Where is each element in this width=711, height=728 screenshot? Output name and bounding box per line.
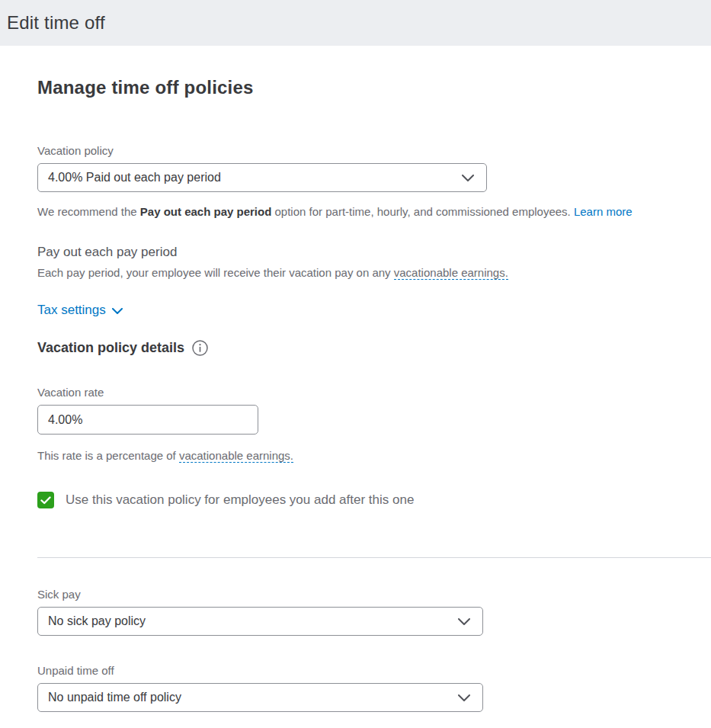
default-policy-checkbox-label: Use this vacation policy for employees y… bbox=[66, 492, 414, 508]
recommendation-bold: Pay out each pay period bbox=[140, 205, 272, 218]
unpaid-time-off-label: Unpaid time off bbox=[37, 664, 711, 677]
unpaid-time-off-select[interactable]: No unpaid time off policy bbox=[37, 683, 483, 712]
checkbox-checked[interactable] bbox=[37, 492, 54, 508]
vacation-policy-details-title: Vacation policy details bbox=[37, 340, 184, 356]
section-divider bbox=[37, 557, 711, 558]
chevron-down-icon bbox=[458, 694, 470, 701]
rate-help-prefix: This rate is a percentage of bbox=[37, 449, 179, 462]
edit-time-off-panel: Manage time off policies Vacation policy… bbox=[0, 77, 711, 712]
unpaid-time-off-selected-value: No unpaid time off policy bbox=[48, 691, 181, 704]
recommendation-prefix: We recommend the bbox=[37, 205, 140, 218]
vacationable-earnings-term-link[interactable]: vacationable earnings. bbox=[394, 266, 508, 280]
chevron-down-icon bbox=[462, 175, 474, 181]
sick-pay-select[interactable]: No sick pay policy bbox=[37, 607, 483, 636]
default-policy-checkbox-row[interactable]: Use this vacation policy for employees y… bbox=[37, 492, 711, 508]
vacation-policy-selected-value: 4.00% Paid out each pay period bbox=[48, 171, 221, 184]
chevron-down-icon bbox=[112, 303, 123, 318]
vacation-policy-select[interactable]: 4.00% Paid out each pay period bbox=[37, 163, 487, 192]
page-header: Edit time off bbox=[0, 0, 711, 46]
recommendation-suffix: option for part-time, hourly, and commis… bbox=[271, 205, 574, 218]
vacationable-earnings-term-link[interactable]: vacationable earnings. bbox=[179, 449, 293, 463]
vacation-policy-label: Vacation policy bbox=[37, 144, 711, 157]
sick-pay-selected-value: No sick pay policy bbox=[48, 614, 146, 628]
sick-pay-label: Sick pay bbox=[37, 588, 711, 601]
check-icon bbox=[40, 496, 51, 505]
payout-section-description: Each pay period, your employee will rece… bbox=[37, 266, 711, 279]
info-icon[interactable] bbox=[192, 340, 208, 356]
tax-settings-label: Tax settings bbox=[37, 303, 106, 318]
vacation-rate-label: Vacation rate bbox=[37, 386, 711, 399]
page-title: Manage time off policies bbox=[37, 77, 711, 98]
chevron-down-icon bbox=[458, 618, 470, 625]
window-title: Edit time off bbox=[7, 12, 105, 34]
vacation-policy-details-heading: Vacation policy details bbox=[37, 340, 711, 356]
rate-help-text: This rate is a percentage of vacationabl… bbox=[37, 449, 711, 462]
learn-more-link[interactable]: Learn more bbox=[574, 205, 633, 218]
recommendation-text: We recommend the Pay out each pay period… bbox=[37, 205, 711, 218]
vacation-rate-input[interactable] bbox=[37, 405, 258, 435]
payout-section-title: Pay out each pay period bbox=[37, 245, 711, 260]
payout-description-prefix: Each pay period, your employee will rece… bbox=[37, 266, 394, 279]
tax-settings-toggle[interactable]: Tax settings bbox=[37, 303, 123, 318]
